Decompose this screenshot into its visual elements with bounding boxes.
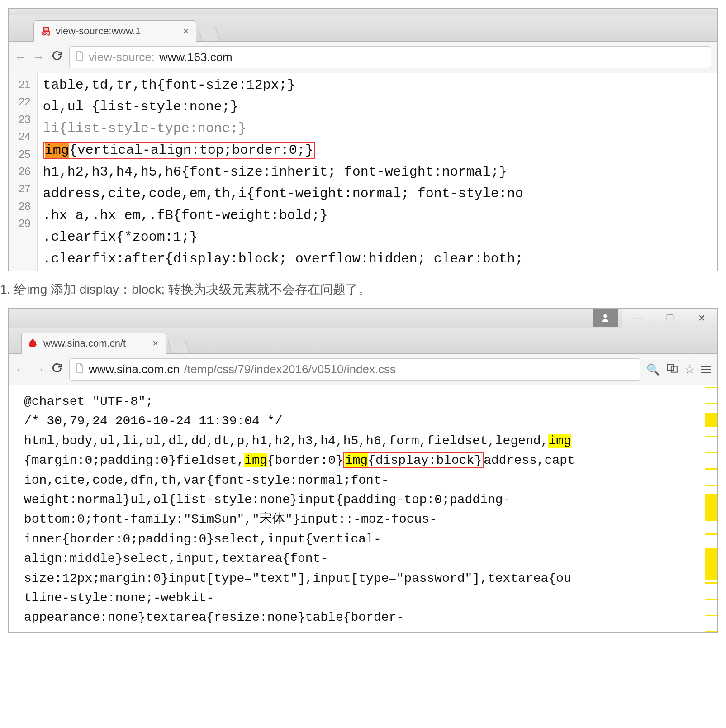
css-line: align:middle}select,input,textarea{font-	[24, 549, 702, 568]
close-window-button[interactable]: ✕	[686, 309, 717, 328]
back-button[interactable]: ←	[15, 50, 27, 64]
match-img: img	[244, 453, 267, 467]
code-line-21: table,td,tr,th{font-size:12px;}	[42, 74, 524, 96]
browser-tab[interactable]: www.sina.com.cn/t ×	[21, 333, 166, 354]
address-bar[interactable]: view-source:www.163.com	[69, 46, 711, 68]
chrome-user-badge[interactable]	[593, 309, 618, 327]
minimap-highlight	[705, 548, 717, 580]
close-tab-icon[interactable]: ×	[152, 338, 158, 349]
code-line-28: .clearfix{*zoom:1;}	[42, 226, 524, 248]
highlight-box-2: img{display:block}	[343, 452, 484, 468]
css-line: ion,cite,code,dfn,th,var{font-style:norm…	[24, 471, 702, 490]
code-line-25: h1,h2,h3,h4,h5,h6{font-size:inherit; fon…	[42, 161, 524, 183]
titlebar	[9, 9, 717, 15]
css-line: appearance:none}textarea{resize:none}tab…	[24, 608, 702, 627]
forward-button[interactable]: →	[33, 362, 45, 376]
reload-button[interactable]	[51, 362, 63, 377]
toolbar: ← → view-source:www.163.com	[9, 42, 717, 73]
browser-window-163: 易 view-source:www.1 × ← → view-source:ww…	[8, 8, 718, 271]
css-line: @charset "UTF-8";	[24, 392, 702, 411]
new-tab-button[interactable]	[198, 28, 220, 41]
bookmark-star-icon[interactable]: ☆	[684, 362, 695, 376]
line-number-gutter: 21 22 23 24 25 26 27 28 29	[9, 73, 38, 271]
page-icon	[75, 362, 84, 376]
translate-icon[interactable]	[666, 362, 678, 377]
source-code[interactable]: table,td,tr,th{font-size:12px;} ol,ul {l…	[38, 73, 529, 271]
css-line: {margin:0;padding:0}fieldset,img{border:…	[24, 451, 702, 470]
code-line-23: li{list-style-type:none;}	[42, 118, 524, 139]
tab-bar: 易 view-source:www.1 ×	[9, 15, 717, 42]
css-content[interactable]: @charset "UTF-8"; /* 30,79,24 2016-10-24…	[9, 385, 717, 632]
tab-title: view-source:www.1	[56, 25, 178, 37]
browser-window-sina: — ☐ ✕ www.sina.com.cn/t × ← → www.sina.c…	[8, 308, 718, 633]
url-host: www.163.com	[159, 50, 233, 64]
minimize-button[interactable]: —	[622, 309, 654, 328]
zoom-icon[interactable]: 🔍	[646, 363, 660, 376]
toolbar: ← → www.sina.com.cn/temp/css/79/index201…	[9, 354, 717, 385]
favicon-sina-icon	[28, 338, 39, 349]
minimap-highlight	[705, 413, 717, 427]
hamburger-menu-icon[interactable]	[701, 366, 711, 373]
browser-tab[interactable]: 易 view-source:www.1 ×	[33, 20, 196, 42]
caption-text: 1. 给img 添加 display：block; 转换为块级元素就不会存在问题…	[0, 271, 726, 308]
tab-bar: www.sina.com.cn/t ×	[9, 328, 717, 354]
match-img-1: img	[45, 143, 69, 158]
css-line: bottom:0;font-family:"SimSun","宋体"}input…	[24, 509, 702, 529]
svg-rect-1	[667, 364, 673, 370]
code-line-24: img{vertical-align:top;border:0;}	[42, 139, 524, 161]
css-line: inner{border:0;padding:0}select,input{ve…	[24, 529, 702, 549]
code-line-29: .clearfix:after{display:block; overflow:…	[42, 248, 524, 270]
match-img: img	[548, 434, 571, 448]
url-host: www.sina.com.cn	[89, 362, 180, 376]
favicon-163-icon: 易	[40, 26, 51, 37]
css-line: html,body,ul,li,ol,dl,dd,dt,p,h1,h2,h3,h…	[24, 431, 702, 451]
page-icon	[75, 50, 84, 64]
code-line-26: address,cite,code,em,th,i{font-weight:no…	[42, 183, 524, 205]
css-line: size:12px;margin:0}input[type="text"],in…	[24, 569, 702, 588]
css-line: /* 30,79,24 2016-10-24 11:39:04 */	[24, 411, 702, 431]
url-path: /temp/css/79/index2016/v0510/index.css	[184, 362, 396, 376]
forward-button[interactable]: →	[33, 50, 45, 64]
match-img: img	[345, 453, 368, 467]
css-line: tline-style:none;-webkit-	[24, 588, 702, 608]
view-source-pane: 21 22 23 24 25 26 27 28 29 table,td,tr,t…	[9, 73, 717, 271]
toolbar-right: 🔍 ☆	[646, 362, 711, 377]
url-protocol: view-source:	[89, 50, 155, 64]
reload-button[interactable]	[51, 50, 63, 65]
svg-point-0	[603, 314, 607, 318]
back-button[interactable]: ←	[15, 362, 27, 376]
close-tab-icon[interactable]: ×	[183, 25, 189, 37]
highlight-box-1: img{vertical-align:top;border:0;}	[43, 142, 315, 159]
svg-rect-2	[671, 366, 677, 372]
code-line-27: .hx a,.hx em,.fB{font-weight:bold;}	[42, 205, 524, 226]
code-line-22: ol,ul {list-style:none;}	[42, 96, 524, 118]
minimap-highlight	[705, 494, 717, 521]
window-controls: — ☐ ✕	[622, 309, 717, 328]
address-bar[interactable]: www.sina.com.cn/temp/css/79/index2016/v0…	[69, 358, 640, 381]
new-tab-button[interactable]	[167, 340, 190, 353]
maximize-button[interactable]: ☐	[654, 309, 686, 328]
css-line: weight:normal}ul,ol{list-style:none}inpu…	[24, 490, 702, 509]
tab-title: www.sina.com.cn/t	[43, 338, 148, 349]
